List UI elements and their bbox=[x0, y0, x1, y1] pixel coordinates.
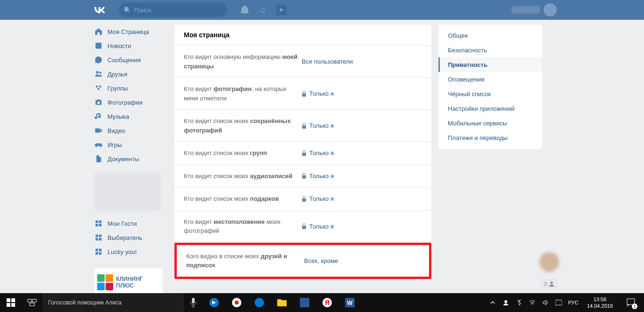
floating-avatar[interactable] bbox=[539, 252, 559, 272]
privacy-value-selector[interactable]: Только я bbox=[302, 195, 334, 202]
sidebar-item-label: Друзья bbox=[107, 71, 127, 78]
top-header: ♫ bbox=[0, 0, 644, 20]
tray-wifi-icon[interactable] bbox=[528, 299, 536, 306]
lock-icon bbox=[302, 150, 306, 156]
counter-badge[interactable]: 2 bbox=[540, 279, 558, 288]
privacy-value-selector[interactable]: Только я bbox=[302, 172, 334, 180]
sidebar-item-label: Сообщения bbox=[107, 57, 141, 64]
tab-privacy[interactable]: Приватность bbox=[438, 57, 542, 72]
tray-chevron-icon[interactable] bbox=[489, 299, 496, 306]
svg-text:Я: Я bbox=[325, 299, 330, 306]
windows-taskbar: Голосовой помощник Алиса Я W РУС 13:58 1… bbox=[0, 293, 644, 312]
ad-banner[interactable]: КЛИНИНГ ПЛЮС bbox=[94, 268, 163, 296]
privacy-value-selector[interactable]: Всех, кроме bbox=[304, 257, 338, 264]
search-input[interactable] bbox=[134, 7, 222, 14]
taskbar-app-yandex2[interactable]: Я bbox=[316, 293, 339, 312]
sidebar-item-groups[interactable]: Группы bbox=[90, 81, 167, 95]
highlighted-setting: Кого видно в списке моих друзей и подпис… bbox=[174, 243, 431, 279]
tab-app-settings[interactable]: Настройки приложений bbox=[438, 101, 542, 116]
tab-blacklist[interactable]: Чёрный список bbox=[438, 87, 542, 101]
news-icon bbox=[94, 41, 103, 50]
tray-people-icon[interactable] bbox=[502, 299, 510, 306]
svg-point-1 bbox=[99, 72, 101, 74]
sidebar-item-messages[interactable]: Сообщения bbox=[90, 53, 167, 67]
games-icon bbox=[94, 140, 103, 149]
privacy-label: Кто видит список моих аудиозаписей bbox=[184, 172, 302, 181]
sidebar-item-music[interactable]: Музыка bbox=[90, 109, 167, 123]
ad-title: КЛИНИНГ ПЛЮС bbox=[116, 276, 160, 289]
privacy-value-selector[interactable]: Только я bbox=[302, 223, 334, 230]
play-button[interactable] bbox=[276, 5, 287, 15]
taskbar-app-edge[interactable] bbox=[248, 293, 271, 312]
sidebar-app-guests[interactable]: Мои Гости bbox=[90, 216, 167, 230]
privacy-row-audio: Кто видит список моих аудиозаписей Тольк… bbox=[174, 165, 431, 188]
tab-payments[interactable]: Платежи и переводы bbox=[438, 131, 542, 145]
user-name-redacted bbox=[512, 6, 540, 14]
svg-rect-22 bbox=[7, 303, 10, 307]
mic-button[interactable] bbox=[184, 298, 203, 307]
task-view-button[interactable] bbox=[21, 293, 42, 312]
vk-logo[interactable] bbox=[90, 4, 109, 16]
svg-point-19 bbox=[551, 282, 553, 284]
sidebar-item-games[interactable]: Игры bbox=[90, 138, 167, 152]
start-button[interactable] bbox=[0, 293, 21, 312]
taskbar-app-explorer[interactable] bbox=[271, 293, 293, 312]
privacy-value-selector[interactable]: Только я bbox=[302, 90, 334, 97]
svg-rect-11 bbox=[96, 235, 98, 237]
lock-icon bbox=[302, 223, 306, 229]
search-box[interactable] bbox=[119, 3, 227, 17]
svg-rect-32 bbox=[300, 298, 309, 307]
tab-general[interactable]: Общее bbox=[438, 28, 542, 43]
sidebar-redacted-block bbox=[94, 173, 160, 211]
taskbar-app-1[interactable] bbox=[203, 293, 225, 312]
main-content: Моя страница Кто видит основную информац… bbox=[174, 25, 431, 296]
tab-security[interactable]: Безопасность bbox=[438, 43, 542, 57]
svg-rect-7 bbox=[96, 221, 98, 223]
music-icon[interactable]: ♫ bbox=[259, 5, 266, 15]
sidebar-item-photos[interactable]: Фотографии bbox=[90, 95, 167, 109]
ad-icons bbox=[97, 274, 113, 290]
sidebar-item-friends[interactable]: Друзья bbox=[90, 67, 167, 81]
sidebar-item-label: Игры bbox=[107, 141, 122, 148]
home-icon bbox=[94, 27, 103, 36]
language-indicator[interactable]: РУС bbox=[568, 300, 578, 305]
taskbar-apps: Я W bbox=[203, 293, 361, 312]
taskbar-clock[interactable]: 13:58 14.04.2018 bbox=[584, 296, 616, 310]
svg-rect-6 bbox=[95, 129, 100, 133]
privacy-label: Кто видит список моих подарков bbox=[184, 194, 302, 204]
privacy-label: Кто видит список моих сохранённых фотогр… bbox=[184, 116, 302, 135]
action-center-button[interactable]: 1 bbox=[621, 293, 640, 312]
sidebar-item-documents[interactable]: Документы bbox=[90, 152, 167, 166]
lock-icon bbox=[302, 123, 306, 129]
privacy-value-selector[interactable]: Все пользователи bbox=[302, 58, 353, 65]
tray-volume-icon[interactable] bbox=[542, 299, 549, 306]
sidebar-item-mypage[interactable]: Моя Страница bbox=[90, 25, 167, 39]
user-menu[interactable] bbox=[512, 3, 557, 16]
tray-bluetooth-icon[interactable] bbox=[515, 299, 523, 306]
privacy-row-location: Кто видит местоположение моих фотографий… bbox=[174, 211, 431, 243]
taskbar-app-word[interactable]: W bbox=[339, 293, 361, 312]
page-title: Моя страница bbox=[174, 25, 431, 46]
sidebar-item-video[interactable]: Видео bbox=[90, 123, 167, 138]
sidebar-item-news[interactable]: Новости bbox=[90, 39, 167, 53]
photos-icon bbox=[94, 98, 103, 107]
privacy-row-saved-photos: Кто видит список моих сохранённых фотогр… bbox=[174, 110, 431, 142]
tab-notifications[interactable]: Оповещения bbox=[438, 72, 542, 87]
bell-icon[interactable] bbox=[240, 5, 249, 15]
friends-icon bbox=[94, 70, 103, 78]
sidebar-item-label: Моя Страница bbox=[107, 28, 149, 35]
taskbar-app-5[interactable] bbox=[293, 293, 316, 312]
tab-mobile[interactable]: Мобильные сервисы bbox=[438, 116, 542, 131]
sidebar-app-selector[interactable]: Выбиратель bbox=[90, 230, 167, 245]
svg-rect-18 bbox=[99, 252, 101, 255]
taskbar-app-yandex[interactable] bbox=[225, 293, 248, 312]
header-icons: ♫ bbox=[240, 5, 287, 15]
svg-text:W: W bbox=[347, 300, 353, 306]
taskbar-date: 14.04.2018 bbox=[587, 303, 613, 309]
sidebar-app-lucky[interactable]: Lucky you! bbox=[90, 245, 167, 259]
privacy-value-selector[interactable]: Только я bbox=[302, 149, 334, 156]
cortana-search[interactable]: Голосовой помощник Алиса bbox=[42, 293, 184, 312]
privacy-value-selector[interactable]: Только я bbox=[302, 122, 334, 129]
tray-keyboard-icon[interactable] bbox=[555, 299, 562, 306]
svg-rect-15 bbox=[96, 249, 98, 251]
